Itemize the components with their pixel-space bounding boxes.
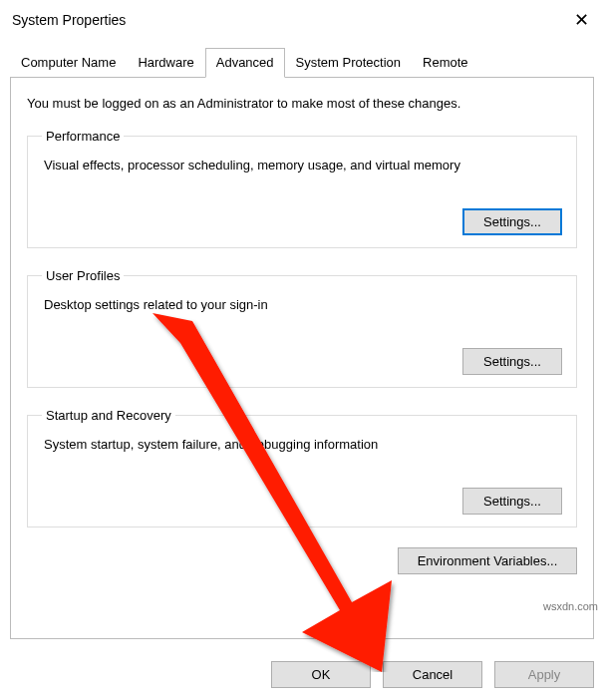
startup-recovery-settings-button[interactable]: Settings... xyxy=(462,488,562,515)
tab-system-protection[interactable]: System Protection xyxy=(285,48,413,77)
ok-button[interactable]: OK xyxy=(271,661,371,688)
dialog-button-bar: OK Cancel Apply xyxy=(271,661,594,688)
group-performance: Performance Visual effects, processor sc… xyxy=(27,129,577,248)
tabstrip: Computer Name Hardware Advanced System P… xyxy=(10,48,594,77)
group-performance-legend: Performance xyxy=(42,129,124,144)
user-profiles-settings-button[interactable]: Settings... xyxy=(462,348,562,375)
group-startup-recovery: Startup and Recovery System startup, sys… xyxy=(27,408,577,527)
cancel-button[interactable]: Cancel xyxy=(383,661,482,688)
close-icon: ✕ xyxy=(574,11,589,29)
close-button[interactable]: ✕ xyxy=(558,4,604,36)
window-title: System Properties xyxy=(12,12,126,28)
admin-notice: You must be logged on as an Administrato… xyxy=(27,96,577,111)
tab-computer-name[interactable]: Computer Name xyxy=(10,48,127,77)
tab-advanced[interactable]: Advanced xyxy=(205,48,285,78)
group-performance-desc: Visual effects, processor scheduling, me… xyxy=(44,158,562,173)
tab-hardware[interactable]: Hardware xyxy=(127,48,204,77)
apply-button[interactable]: Apply xyxy=(494,661,594,688)
watermark-text: wsxdn.com xyxy=(543,600,598,612)
group-user-profiles-legend: User Profiles xyxy=(42,268,124,283)
environment-variables-button[interactable]: Environment Variables... xyxy=(398,547,577,574)
tab-content-advanced: You must be logged on as an Administrato… xyxy=(10,77,594,639)
titlebar: System Properties ✕ xyxy=(0,0,604,40)
tabs-area: Computer Name Hardware Advanced System P… xyxy=(0,40,604,639)
group-user-profiles-desc: Desktop settings related to your sign-in xyxy=(44,297,562,312)
performance-settings-button[interactable]: Settings... xyxy=(462,208,562,235)
system-properties-window: System Properties ✕ Computer Name Hardwa… xyxy=(0,0,604,700)
tab-remote[interactable]: Remote xyxy=(412,48,479,77)
group-startup-recovery-legend: Startup and Recovery xyxy=(42,408,175,423)
group-startup-recovery-desc: System startup, system failure, and debu… xyxy=(44,437,562,452)
group-user-profiles: User Profiles Desktop settings related t… xyxy=(27,268,577,388)
